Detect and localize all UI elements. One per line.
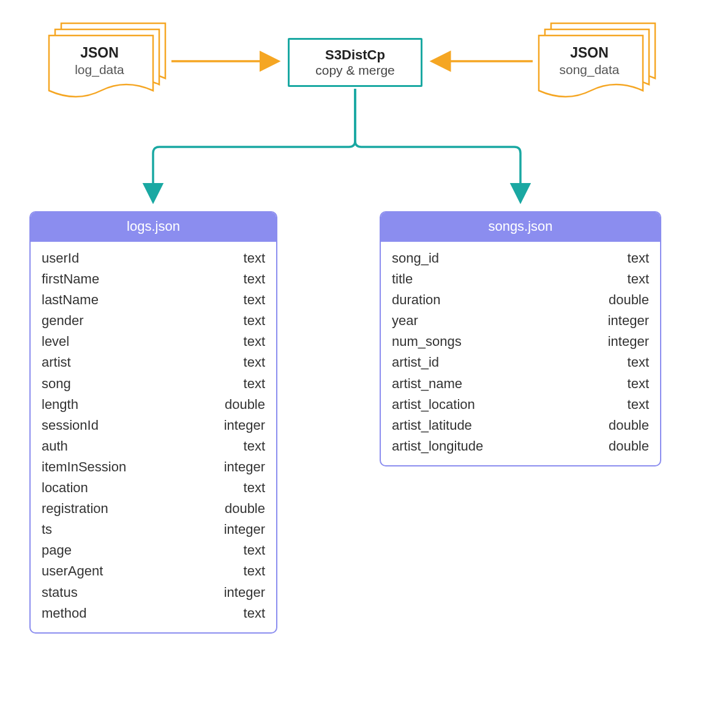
table-row: authtext xyxy=(42,436,265,457)
table-songs-json: songs.json song_idtexttitletextdurationd… xyxy=(380,211,661,466)
field-name: artist xyxy=(42,352,71,373)
table-row: locationtext xyxy=(42,477,265,498)
field-name: page xyxy=(42,540,72,561)
field-name: ts xyxy=(42,519,52,540)
table-row: statusinteger xyxy=(42,582,265,603)
table-row: artist_latitudedouble xyxy=(392,415,649,436)
field-name: song_id xyxy=(392,248,439,269)
table-row: lengthdouble xyxy=(42,394,265,415)
field-type: text xyxy=(244,373,265,394)
table-songs-body: song_idtexttitletextdurationdoubleyearin… xyxy=(381,242,660,465)
table-row: artist_longitudedouble xyxy=(392,436,649,457)
field-name: sessionId xyxy=(42,415,99,436)
table-row: itemInSessioninteger xyxy=(42,457,265,477)
source-json-log-data: JSON log_data xyxy=(43,18,165,104)
table-songs-header: songs.json xyxy=(381,212,660,242)
field-type: text xyxy=(244,248,265,269)
source-json-song-data: JSON song_data xyxy=(533,18,655,104)
process-subtitle: copy & merge xyxy=(301,63,410,78)
field-name: duration xyxy=(392,290,441,310)
field-type: text xyxy=(628,352,649,373)
table-row: registrationdouble xyxy=(42,498,265,519)
field-name: userId xyxy=(42,248,79,269)
field-name: method xyxy=(42,603,86,624)
field-name: gender xyxy=(42,310,84,331)
field-type: text xyxy=(628,269,649,290)
table-row: sessionIdinteger xyxy=(42,415,265,436)
field-type: double xyxy=(609,415,649,436)
field-type: text xyxy=(244,290,265,310)
table-row: num_songsinteger xyxy=(392,331,649,352)
table-row: yearinteger xyxy=(392,310,649,331)
source-left-subtitle: log_data xyxy=(43,62,156,78)
source-left-title: JSON xyxy=(43,44,156,62)
field-name: num_songs xyxy=(392,331,462,352)
field-type: text xyxy=(244,436,265,457)
source-right-subtitle: song_data xyxy=(533,62,646,78)
process-title: S3DistCp xyxy=(301,47,410,63)
field-name: length xyxy=(42,394,78,415)
field-type: integer xyxy=(224,415,265,436)
field-name: level xyxy=(42,331,69,352)
table-row: titletext xyxy=(392,269,649,290)
field-type: integer xyxy=(224,519,265,540)
table-row: songtext xyxy=(42,373,265,394)
field-name: title xyxy=(392,269,413,290)
field-name: artist_location xyxy=(392,394,475,415)
table-row: artisttext xyxy=(42,352,265,373)
table-row: pagetext xyxy=(42,540,265,561)
table-row: gendertext xyxy=(42,310,265,331)
field-type: double xyxy=(609,290,649,310)
field-type: integer xyxy=(608,310,649,331)
field-type: text xyxy=(244,352,265,373)
field-type: text xyxy=(628,394,649,415)
table-row: lastNametext xyxy=(42,290,265,310)
field-name: itemInSession xyxy=(42,457,126,477)
table-row: artist_nametext xyxy=(392,373,649,394)
field-type: text xyxy=(244,331,265,352)
field-name: userAgent xyxy=(42,561,103,582)
field-type: text xyxy=(244,269,265,290)
table-row: durationdouble xyxy=(392,290,649,310)
table-row: leveltext xyxy=(42,331,265,352)
field-type: integer xyxy=(224,457,265,477)
field-type: text xyxy=(244,603,265,624)
field-type: double xyxy=(225,498,265,519)
field-name: registration xyxy=(42,498,108,519)
field-name: year xyxy=(392,310,418,331)
field-name: artist_latitude xyxy=(392,415,472,436)
field-name: artist_name xyxy=(392,373,462,394)
field-type: integer xyxy=(224,582,265,603)
process-s3distcp: S3DistCp copy & merge xyxy=(288,38,422,87)
field-name: lastName xyxy=(42,290,99,310)
field-type: text xyxy=(628,248,649,269)
table-row: userAgenttext xyxy=(42,561,265,582)
field-name: status xyxy=(42,582,78,603)
field-type: text xyxy=(244,540,265,561)
field-name: location xyxy=(42,477,88,498)
field-type: text xyxy=(244,310,265,331)
source-right-title: JSON xyxy=(533,44,646,62)
field-type: double xyxy=(609,436,649,457)
field-name: auth xyxy=(42,436,68,457)
table-row: song_idtext xyxy=(392,248,649,269)
table-logs-body: userIdtextfirstNametextlastNametextgende… xyxy=(31,242,276,632)
field-type: integer xyxy=(608,331,649,352)
field-name: artist_longitude xyxy=(392,436,483,457)
field-name: firstName xyxy=(42,269,99,290)
field-type: text xyxy=(244,477,265,498)
table-row: artist_idtext xyxy=(392,352,649,373)
field-type: double xyxy=(225,394,265,415)
field-type: text xyxy=(628,373,649,394)
table-logs-header: logs.json xyxy=(31,212,276,242)
table-row: artist_locationtext xyxy=(392,394,649,415)
field-name: song xyxy=(42,373,71,394)
table-row: userIdtext xyxy=(42,248,265,269)
field-type: text xyxy=(244,561,265,582)
field-name: artist_id xyxy=(392,352,439,373)
table-logs-json: logs.json userIdtextfirstNametextlastNam… xyxy=(29,211,277,634)
table-row: methodtext xyxy=(42,603,265,624)
table-row: firstNametext xyxy=(42,269,265,290)
table-row: tsinteger xyxy=(42,519,265,540)
